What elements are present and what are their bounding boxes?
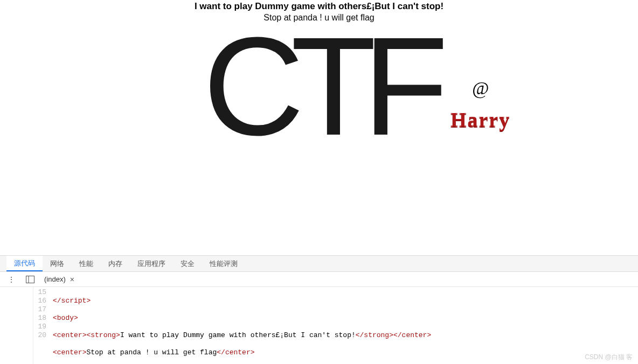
code-line: </script> <box>53 297 638 305</box>
code-editor[interactable]: 15 16 17 18 19 20 </script> <body> <cent… <box>0 287 638 364</box>
ctf-logo: CTF @ Harry <box>203 27 435 146</box>
close-tab-icon[interactable]: × <box>70 275 74 284</box>
devtools-tab-bar: 源代码 网络 性能 内存 应用程序 安全 性能评测 <box>0 256 638 272</box>
line-number: 15 <box>33 288 46 297</box>
rendered-page: I want to play Dummy game with others£¡B… <box>0 0 638 255</box>
tab-memory[interactable]: 内存 <box>101 256 130 271</box>
line-number: 20 <box>33 331 46 340</box>
tab-network[interactable]: 网络 <box>43 256 72 271</box>
code-line: <center><strong>I want to play Dummy gam… <box>53 331 638 340</box>
code-line: <body> <box>53 314 638 323</box>
line-number: 17 <box>33 305 46 314</box>
sidebar-toggle-icon[interactable] <box>24 276 37 283</box>
at-symbol: @ <box>472 78 489 99</box>
line-number: 16 <box>33 297 46 305</box>
gutter-margin <box>0 287 33 364</box>
tab-security[interactable]: 安全 <box>173 256 202 271</box>
line-numbers: 15 16 17 18 19 20 <box>33 287 50 364</box>
file-tab-label: (index) <box>44 275 66 283</box>
tab-performance[interactable]: 性能 <box>72 256 101 271</box>
tab-sources[interactable]: 源代码 <box>6 256 43 271</box>
harry-text: Harry <box>450 108 510 131</box>
image-area: CTF @ Harry <box>0 27 638 242</box>
tab-application[interactable]: 应用程序 <box>130 256 173 271</box>
more-menu-icon[interactable]: ⋮ <box>3 275 19 284</box>
ctf-text: CTF <box>203 8 435 164</box>
code-content[interactable]: </script> <body> <center><strong>I want … <box>50 287 638 364</box>
line-number: 18 <box>33 314 46 323</box>
svg-rect-0 <box>26 276 34 283</box>
code-line: <center>Stop at panda ! u will get flag<… <box>53 348 638 357</box>
line-number: 19 <box>33 323 46 331</box>
devtools-toolbar: ⋮ (index) × <box>0 272 638 287</box>
tab-perf-test[interactable]: 性能评测 <box>202 256 245 271</box>
devtools-panel: 源代码 网络 性能 内存 应用程序 安全 性能评测 ⋮ (index) × 15… <box>0 255 638 364</box>
file-tab-index[interactable]: (index) × <box>41 274 78 285</box>
